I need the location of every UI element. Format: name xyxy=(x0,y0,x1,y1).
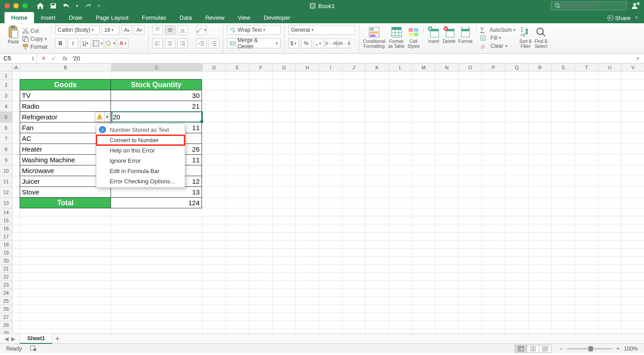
cell[interactable] xyxy=(249,321,273,329)
cell[interactable] xyxy=(226,257,249,265)
cell[interactable] xyxy=(319,273,342,281)
cell[interactable] xyxy=(111,273,203,281)
cell[interactable] xyxy=(389,321,412,329)
cell[interactable] xyxy=(622,123,644,133)
cell[interactable] xyxy=(111,305,203,313)
cell[interactable] xyxy=(482,289,505,297)
row-header[interactable]: 17 xyxy=(0,232,13,241)
cell[interactable] xyxy=(482,144,505,155)
tab-page-layout[interactable]: Page Layout xyxy=(89,12,135,23)
row-header[interactable]: 21 xyxy=(0,265,13,273)
cell[interactable] xyxy=(366,187,389,198)
cell[interactable] xyxy=(552,257,575,265)
cell[interactable] xyxy=(482,176,505,187)
cell[interactable] xyxy=(412,329,435,334)
cell[interactable] xyxy=(505,155,529,165)
cell[interactable] xyxy=(482,72,505,80)
cell[interactable] xyxy=(529,176,552,187)
cell[interactable] xyxy=(203,297,226,305)
number-format-select[interactable]: General xyxy=(288,25,355,35)
cell[interactable] xyxy=(529,313,552,321)
cell[interactable] xyxy=(598,305,622,313)
cell[interactable] xyxy=(342,232,366,241)
cell[interactable] xyxy=(622,80,644,90)
cell[interactable] xyxy=(389,224,412,232)
cell[interactable] xyxy=(366,281,389,289)
cell[interactable] xyxy=(226,329,249,334)
cell[interactable] xyxy=(412,187,435,198)
cell[interactable] xyxy=(249,297,273,305)
undo-icon[interactable] xyxy=(63,3,70,9)
cell[interactable] xyxy=(505,313,529,321)
cell[interactable] xyxy=(412,289,435,297)
cell[interactable] xyxy=(552,144,575,155)
cell[interactable] xyxy=(111,297,203,305)
cell[interactable] xyxy=(552,198,575,208)
cell[interactable] xyxy=(529,224,552,232)
decrease-indent-button[interactable] xyxy=(196,38,207,48)
cell[interactable] xyxy=(459,176,482,187)
row-header[interactable]: 15 xyxy=(0,216,13,224)
cell[interactable] xyxy=(575,90,598,101)
cell[interactable] xyxy=(622,144,644,155)
cell[interactable] xyxy=(505,144,529,155)
cell[interactable] xyxy=(203,165,226,176)
cell[interactable] xyxy=(111,313,203,321)
cell[interactable] xyxy=(319,198,342,208)
cell[interactable] xyxy=(13,281,20,289)
cell[interactable] xyxy=(389,281,412,289)
cell[interactable] xyxy=(482,281,505,289)
cell[interactable] xyxy=(342,187,366,198)
cell[interactable] xyxy=(226,144,249,155)
cell[interactable] xyxy=(552,281,575,289)
row-header[interactable]: 2 xyxy=(0,80,13,90)
cell[interactable] xyxy=(203,257,226,265)
add-sheet-button[interactable]: + xyxy=(52,335,62,343)
cell[interactable] xyxy=(412,241,435,249)
cell[interactable] xyxy=(20,232,111,241)
cell[interactable] xyxy=(342,144,366,155)
col-header-r[interactable]: R xyxy=(529,63,552,71)
cell[interactable] xyxy=(389,101,412,112)
cell[interactable] xyxy=(226,80,249,90)
cell[interactable] xyxy=(20,281,111,289)
cell[interactable] xyxy=(111,208,203,216)
cell[interactable] xyxy=(482,187,505,198)
zoom-slider[interactable] xyxy=(567,348,612,350)
cell[interactable] xyxy=(366,101,389,112)
cell[interactable] xyxy=(529,289,552,297)
menu-item-error-checking-options[interactable]: Error Checking Options... xyxy=(96,176,185,186)
cell[interactable] xyxy=(203,101,226,112)
align-middle-button[interactable] xyxy=(165,25,175,35)
cell[interactable] xyxy=(459,329,482,334)
cell[interactable] xyxy=(296,187,319,198)
cell[interactable] xyxy=(249,187,273,198)
underline-button[interactable]: U ▾ xyxy=(80,38,91,48)
cell[interactable] xyxy=(319,249,342,257)
cell[interactable] xyxy=(459,249,482,257)
cell[interactable] xyxy=(20,257,111,265)
cell[interactable] xyxy=(273,123,296,133)
cell[interactable] xyxy=(366,155,389,165)
cell[interactable] xyxy=(366,198,389,208)
cell[interactable] xyxy=(459,321,482,329)
cell[interactable] xyxy=(505,224,529,232)
cell[interactable] xyxy=(482,224,505,232)
cell[interactable] xyxy=(273,273,296,281)
cell[interactable] xyxy=(505,289,529,297)
cell[interactable] xyxy=(505,241,529,249)
cell[interactable] xyxy=(273,144,296,155)
cell[interactable] xyxy=(459,305,482,313)
cell[interactable] xyxy=(598,144,622,155)
cell[interactable] xyxy=(13,249,20,257)
cell[interactable] xyxy=(389,216,412,224)
cell[interactable] xyxy=(249,155,273,165)
cell[interactable] xyxy=(319,90,342,101)
cell[interactable] xyxy=(273,241,296,249)
cell[interactable] xyxy=(505,90,529,101)
cell[interactable] xyxy=(552,112,575,123)
cell[interactable] xyxy=(598,313,622,321)
cell[interactable] xyxy=(296,155,319,165)
cell[interactable] xyxy=(575,133,598,144)
cell[interactable] xyxy=(459,313,482,321)
